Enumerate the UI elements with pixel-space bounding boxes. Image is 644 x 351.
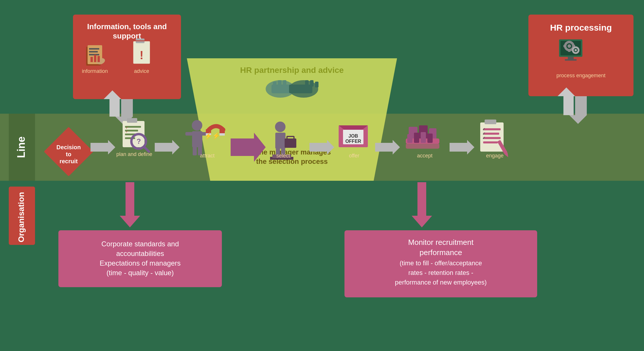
svg-rect-12 bbox=[98, 56, 100, 62]
svg-point-31 bbox=[575, 49, 577, 51]
svg-rect-65 bbox=[192, 131, 202, 147]
org-box2-text5: performance of new employees) bbox=[395, 279, 487, 286]
org-box2-text2: performance bbox=[420, 248, 462, 257]
svg-rect-28 bbox=[563, 45, 566, 47]
svg-rect-59 bbox=[278, 80, 281, 87]
svg-rect-66 bbox=[185, 132, 193, 136]
svg-rect-11 bbox=[94, 55, 96, 62]
plan-define-label: plan and define bbox=[116, 151, 152, 157]
svg-text:✓: ✓ bbox=[482, 131, 486, 136]
svg-rect-63 bbox=[315, 82, 318, 87]
svg-rect-19 bbox=[109, 99, 120, 117]
org-box2-text1: Monitor recruitment bbox=[408, 238, 474, 247]
svg-rect-106 bbox=[483, 141, 498, 143]
svg-text:OFFER: OFFER bbox=[345, 139, 361, 144]
advice-label: advice bbox=[134, 68, 149, 74]
line-label: Line bbox=[15, 136, 27, 158]
svg-rect-36 bbox=[563, 96, 574, 115]
attract-label: attract bbox=[200, 153, 215, 159]
svg-rect-10 bbox=[90, 57, 93, 62]
svg-text:JOB: JOB bbox=[349, 134, 358, 138]
partnership-title: HR partnership and advice bbox=[240, 66, 344, 75]
svg-rect-68 bbox=[193, 147, 197, 155]
org-label: Organisation bbox=[17, 192, 26, 243]
svg-rect-61 bbox=[305, 80, 309, 87]
svg-rect-33 bbox=[565, 59, 577, 61]
org-box1-text1: Corporate standards and bbox=[101, 240, 179, 248]
svg-rect-99 bbox=[406, 143, 439, 149]
svg-text:✓: ✓ bbox=[126, 129, 128, 134]
svg-rect-62 bbox=[310, 80, 314, 87]
svg-rect-60 bbox=[283, 80, 286, 87]
svg-text:⚡⚡: ⚡⚡ bbox=[204, 132, 220, 140]
svg-text:✓: ✓ bbox=[126, 126, 128, 130]
org-box1-text2: accountabilities bbox=[116, 250, 164, 257]
decision-text2: to bbox=[66, 151, 72, 157]
svg-rect-27 bbox=[568, 50, 570, 52]
svg-rect-57 bbox=[289, 85, 312, 93]
select-label: select bbox=[276, 153, 290, 159]
svg-rect-34 bbox=[575, 96, 587, 115]
information-label: information bbox=[82, 68, 108, 74]
org-box2-text3: (time to fill - offer/acceptance bbox=[400, 259, 482, 267]
svg-point-25 bbox=[568, 44, 571, 48]
svg-rect-95 bbox=[407, 134, 412, 143]
svg-rect-73 bbox=[220, 133, 225, 136]
process-engagement-label: process engagement bbox=[556, 73, 605, 78]
svg-rect-6 bbox=[89, 48, 99, 50]
engage-label: engage bbox=[486, 153, 504, 159]
svg-rect-58 bbox=[273, 82, 276, 87]
svg-text:!: ! bbox=[140, 49, 143, 62]
svg-text:✓: ✓ bbox=[482, 127, 486, 131]
diagram: HR Information, tools and support inform… bbox=[0, 0, 644, 351]
svg-rect-77 bbox=[275, 133, 286, 149]
svg-rect-105 bbox=[483, 137, 501, 139]
svg-rect-97 bbox=[421, 132, 426, 143]
svg-text:?: ? bbox=[137, 137, 141, 145]
svg-text:✓: ✓ bbox=[482, 136, 486, 140]
org-box1-text4: (time - quality - value) bbox=[107, 269, 174, 277]
org-box1-text3: Expectations of managers bbox=[100, 259, 181, 267]
svg-rect-17 bbox=[121, 99, 133, 117]
svg-rect-7 bbox=[89, 51, 98, 52]
svg-rect-26 bbox=[568, 41, 570, 43]
info-box-title: Information, tools and bbox=[87, 22, 167, 31]
svg-rect-98 bbox=[427, 134, 433, 143]
svg-point-64 bbox=[192, 120, 202, 131]
svg-rect-42 bbox=[127, 118, 137, 123]
svg-rect-115 bbox=[58, 230, 222, 287]
svg-point-76 bbox=[275, 122, 286, 132]
decision-text3: recruit bbox=[60, 158, 78, 164]
decision-text: Decision bbox=[56, 144, 81, 150]
svg-rect-96 bbox=[414, 133, 419, 143]
offer-label: offer bbox=[349, 153, 359, 159]
svg-rect-32 bbox=[568, 57, 574, 59]
svg-rect-102 bbox=[485, 120, 496, 124]
hr-processing-title: HR processing bbox=[550, 23, 612, 32]
org-box2-text4: rates - retention rates - bbox=[408, 269, 474, 276]
accept-label: accept bbox=[417, 153, 432, 159]
svg-rect-103 bbox=[483, 128, 501, 130]
